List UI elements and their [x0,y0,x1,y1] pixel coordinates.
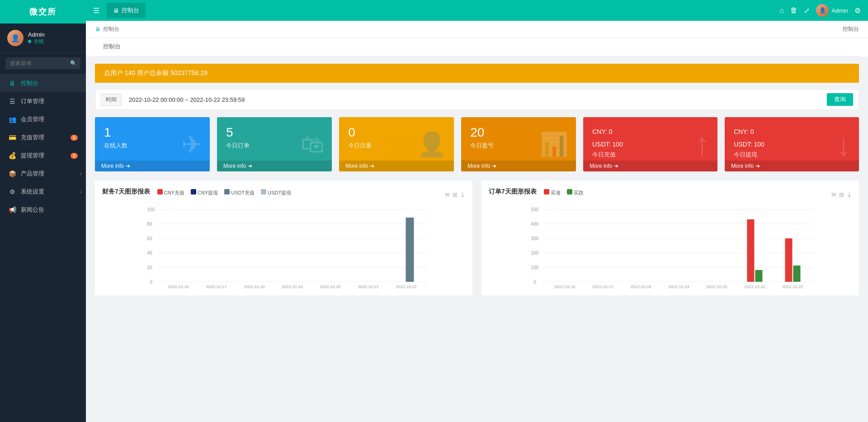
sidebar-item-label: 产品管理 [21,170,44,178]
filter-date-input[interactable] [125,95,823,105]
tab-panel: 控制台 [86,38,868,57]
sidebar-item-label: 会员管理 [21,115,44,123]
svg-text:2022-10-21: 2022-10-21 [358,284,379,289]
withdraw-icon: 💰 [8,152,16,159]
topbar-user[interactable]: 👤 Admin [816,4,848,17]
stat-card-online: 1 在线人数 ✈ More info ➜ [95,117,210,171]
sidebar-item-label: 提现管理 [21,152,44,160]
stat-card-profit: 20 今日盈亏 📊 More info ➜ [461,117,576,171]
sidebar-item-label: 控制台 [21,79,38,87]
sidebar-item-withdraw[interactable]: 💰 提现管理 0 [0,147,86,165]
status-dot [28,40,31,43]
order-chart-email-icon[interactable]: ✉ [831,191,836,198]
home-icon[interactable]: ⌂ [779,6,784,14]
content-area: 🖥 控制台 控制台 控制台 总用户 140 用户总余额 50237758.29 … [86,21,868,422]
brand-title: 微交所 [0,0,86,24]
stat-bg-icon-register: 👤 [417,131,447,158]
stats-row: 1 在线人数 ✈ More info ➜ 5 今日订单 🛍 More info … [95,117,859,171]
svg-text:2022-10-16: 2022-10-16 [555,284,576,289]
sidebar-item-dashboard[interactable]: 🖥 控制台 [0,74,86,92]
svg-rect-41 [785,238,793,282]
sidebar-item-label: 充值管理 [21,133,44,142]
svg-text:2022-10-21: 2022-10-21 [745,284,765,289]
sidebar-item-label: 新闻公告 [21,206,44,214]
tab-dashboard[interactable]: 控制台 [95,38,129,56]
finance-chart-legend: CNY充值 CNY提现 USDT充值 USDT提现 [157,189,291,196]
svg-text:400: 400 [531,222,539,227]
finance-chart-download-icon[interactable]: ⤓ [460,191,465,198]
order-chart-legend: 买涨 买跌 [544,189,584,196]
svg-rect-40 [755,270,763,282]
search-input[interactable] [5,57,80,69]
svg-text:2022-10-20: 2022-10-20 [320,284,341,289]
more-info-recharge[interactable]: More info ➜ [583,161,717,171]
sidebar: 微交所 👤 Admin 在线 🔍 🖥 控制台 ☰ 订单管理 👥 会员 [0,0,86,422]
finance-chart-title: 财务7天图形报表 [102,188,150,196]
topbar-settings-icon[interactable]: ⚙ [854,6,861,15]
svg-text:2022-10-17: 2022-10-17 [593,284,613,289]
svg-text:200: 200 [531,251,539,256]
svg-text:100: 100 [531,265,539,270]
breadcrumb-current: 控制台 [843,25,859,33]
search-icon: 🔍 [70,60,77,66]
sidebar-user: 👤 Admin 在线 [0,24,86,53]
sidebar-item-orders[interactable]: ☰ 订单管理 [0,92,86,110]
stat-label-withdraw: 今日提现 [734,151,850,159]
finance-chart-panel: 财务7天图形报表 CNY充值 CNY提现 USDT充值 USDT提现 ✉ ⊞ ⤓ [95,180,472,295]
sidebar-item-label: 系统设置 [21,188,44,196]
expand-icon[interactable]: ⤢ [804,6,810,15]
sidebar-item-news[interactable]: 📢 新闻公告 [0,201,86,219]
products-icon: 📦 [8,170,16,177]
svg-text:0: 0 [150,280,153,284]
topbar-avatar: 👤 [816,4,829,17]
svg-text:300: 300 [531,236,539,241]
topbar: ☰ 🖥 控制台 ⌂ 🗑 ⤢ 👤 Admin ⚙ [86,0,868,21]
more-info-online[interactable]: More info ➜ [95,161,210,171]
members-icon: 👥 [8,116,16,123]
more-info-withdraw[interactable]: More info ➜ [725,161,859,171]
finance-chart-grid-icon[interactable]: ⊞ [453,191,458,198]
recharge-badge: 0 [71,135,78,141]
stat-value-withdraw: CNY: 0 USDT: 100 [734,125,850,151]
sidebar-item-recharge[interactable]: 💳 充值管理 0 [0,128,86,147]
recharge-icon: 💳 [8,134,16,141]
svg-rect-19 [406,218,414,282]
sidebar-item-settings[interactable]: ⚙ 系统设置 ‹ [0,183,86,201]
more-info-register[interactable]: More info ➜ [339,161,454,171]
order-chart-download-icon[interactable]: ⤓ [847,191,852,198]
avatar: 👤 [7,30,24,46]
sidebar-nav: 🖥 控制台 ☰ 订单管理 👥 会员管理 💳 充值管理 0 💰 提现管理 0 📦 … [0,74,86,219]
svg-text:2022-10-19: 2022-10-19 [669,284,689,289]
query-button[interactable]: 查询 [827,93,853,106]
stat-card-orders: 5 今日订单 🛍 More info ➜ [217,117,332,171]
stat-card-recharge: CNY: 0 USDT: 100 今日充值 ↑ More info ➜ [583,117,717,171]
svg-text:2022-10-17: 2022-10-17 [206,284,227,289]
more-info-profit[interactable]: More info ➜ [461,161,576,171]
finance-chart-email-icon[interactable]: ✉ [445,191,450,198]
svg-text:0: 0 [534,280,537,284]
svg-text:60: 60 [147,236,153,241]
stat-value-recharge: CNY: 0 USDT: 100 [592,125,708,151]
sidebar-item-members[interactable]: 👥 会员管理 [0,110,86,128]
stat-bg-icon-withdraw: ↓ [835,126,852,163]
hamburger-icon[interactable]: ☰ [93,6,99,15]
svg-text:20: 20 [147,265,153,270]
topbar-tab[interactable]: 🖥 控制台 [107,3,146,18]
settings-arrow-icon: ‹ [80,190,81,194]
tab-nav: 控制台 [95,38,859,57]
user-status: 在线 [28,38,45,45]
svg-text:40: 40 [147,251,153,256]
order-chart-svg: 500 400 300 200 100 0 20 [489,205,852,286]
topbar-username: Admin [831,7,848,14]
svg-text:2022-10-22: 2022-10-22 [396,284,417,289]
trash-icon[interactable]: 🗑 [790,6,797,14]
sidebar-item-products[interactable]: 📦 产品管理 ‹ [0,165,86,183]
svg-rect-39 [747,219,755,282]
order-chart-grid-icon[interactable]: ⊞ [839,191,844,198]
user-name: Admin [28,31,45,38]
breadcrumb-page: 控制台 [103,25,119,33]
filter-label: 时间 [101,94,122,106]
more-info-orders[interactable]: More info ➜ [217,161,332,171]
withdraw-badge: 0 [71,153,78,159]
svg-text:2022-10-16: 2022-10-16 [168,284,189,289]
